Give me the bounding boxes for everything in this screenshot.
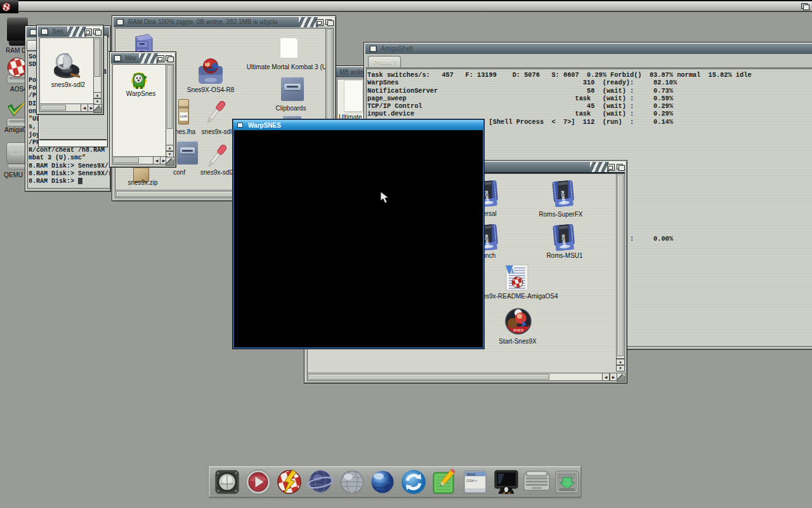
svg-text:OS4:>: OS4:> (466, 479, 478, 483)
svg-text:Shell: Shell (467, 472, 475, 476)
svg-text:SNES: SNES (513, 328, 523, 332)
svg-text:A: A (509, 267, 514, 274)
